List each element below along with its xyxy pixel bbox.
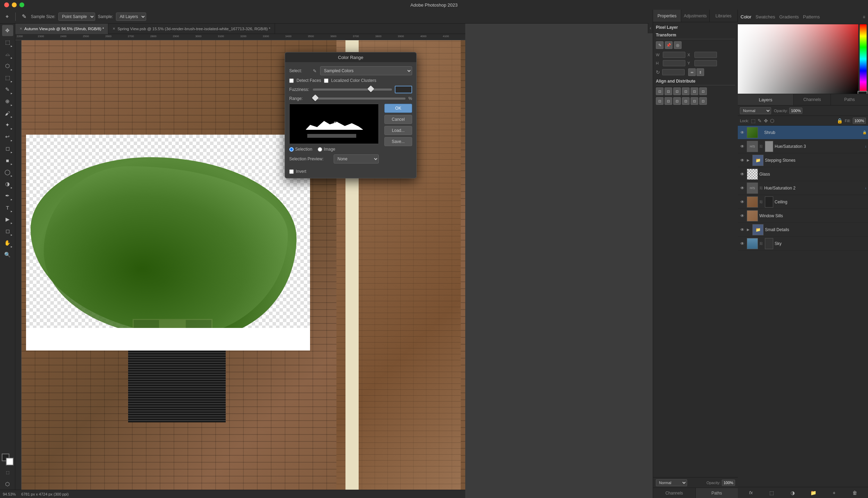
align-center-h-icon[interactable]: ⊡ <box>665 87 672 95</box>
lock-all-icon[interactable]: 🔒 <box>837 118 843 124</box>
selection-preview-select[interactable]: None <box>334 154 379 163</box>
layer-ceiling[interactable]: 👁 ⛓ Ceiling <box>738 195 868 209</box>
selection-radio[interactable] <box>289 147 294 152</box>
brush-tool[interactable]: 🖌▶ <box>2 108 13 119</box>
paths-tab[interactable]: Paths <box>831 94 868 105</box>
hand-tool[interactable]: ✋▶ <box>2 237 13 248</box>
properties-tab[interactable]: Properties <box>653 10 681 22</box>
lock-artboard-icon[interactable]: ⬡ <box>770 118 774 124</box>
range-slider-track[interactable] <box>313 98 406 100</box>
eyedropper-tool-icon[interactable]: ✎ <box>20 12 28 21</box>
close-button[interactable] <box>4 2 9 7</box>
tab-close-icon-2[interactable]: ✕ <box>112 27 115 31</box>
layer-group-button[interactable]: 📁 <box>809 489 817 497</box>
cancel-button[interactable]: Cancel <box>384 115 412 124</box>
windowsills-visibility-icon[interactable]: 👁 <box>739 213 745 218</box>
move-tool[interactable]: ✥ <box>2 25 13 36</box>
fuzziness-slider-thumb[interactable] <box>367 85 374 92</box>
channels-bottom-tab[interactable]: Channels <box>653 488 696 498</box>
angle-input[interactable]: 0.00° <box>662 69 685 75</box>
align-left-icon[interactable]: ⊡ <box>656 87 663 95</box>
zoom-tool[interactable]: 🔍 <box>2 249 13 260</box>
dist-bottom-icon[interactable]: ⊡ <box>699 97 707 105</box>
opacity-input[interactable] <box>789 108 802 114</box>
mid-opacity-input[interactable] <box>722 480 735 486</box>
align-top-icon[interactable]: ⊡ <box>682 87 690 95</box>
image-radio[interactable] <box>318 147 322 152</box>
shape-tool[interactable]: ◻▶ <box>2 226 13 237</box>
spot-heal-tool[interactable]: ⊕▶ <box>2 96 13 107</box>
layer-sky[interactable]: 👁 ⛓ Sky <box>738 237 868 251</box>
libraries-tab[interactable]: Libraries <box>710 10 738 22</box>
shrub-visibility-icon[interactable]: 👁 <box>739 130 745 135</box>
load-button[interactable]: Load... <box>384 126 412 135</box>
text-tool[interactable]: T▶ <box>2 202 13 213</box>
channels-tab[interactable]: Channels <box>794 94 831 105</box>
history-brush-tool[interactable]: ↩▶ <box>2 131 13 142</box>
align-bottom-icon[interactable]: ⊡ <box>699 87 707 95</box>
panel-menu-icon[interactable]: ≡ <box>863 15 865 19</box>
color-tab[interactable]: Color <box>741 14 751 19</box>
range-slider-thumb[interactable] <box>312 94 319 101</box>
h-input[interactable]: 946 px <box>663 60 685 66</box>
smalldetails-visibility-icon[interactable]: 👁 <box>739 227 745 232</box>
adjustments-tab[interactable]: Adjustments <box>681 10 709 22</box>
stepping-visibility-icon[interactable]: 👁 <box>739 158 745 163</box>
blend-mode-select[interactable]: Normal <box>740 107 771 114</box>
layer-window-sills[interactable]: 👁 Window Sills <box>738 209 868 223</box>
new-layer-button[interactable]: + <box>830 489 838 497</box>
flip-v-icon[interactable]: ⇕ <box>696 68 704 76</box>
lock-position-icon[interactable]: ✥ <box>764 118 768 124</box>
gradient-tool[interactable]: ■▶ <box>2 155 13 166</box>
stepping-expand-icon[interactable]: ▶ <box>747 158 751 162</box>
tab-close-icon[interactable]: ✕ <box>19 27 22 31</box>
object-select-tool[interactable]: ⬡▶ <box>2 60 13 71</box>
path-select-tool[interactable]: ▶▶ <box>2 214 13 225</box>
align-right-icon[interactable]: ⊡ <box>673 87 681 95</box>
clone-stamp-tool[interactable]: ✦▶ <box>2 119 13 130</box>
gradients-tab[interactable]: Gradients <box>779 14 799 19</box>
dodge-tool[interactable]: ◑▶ <box>2 178 13 189</box>
sample-select[interactable]: All Layers <box>116 12 146 21</box>
ok-button[interactable]: OK <box>384 104 412 113</box>
fuzziness-input[interactable]: 100 <box>395 86 412 93</box>
layer-fx-button[interactable]: fx <box>747 489 755 497</box>
panel-fold-icon[interactable]: ‹ <box>648 23 653 33</box>
maximize-button[interactable] <box>19 2 24 7</box>
blur-tool[interactable]: ◯▶ <box>2 167 13 178</box>
eyedropper-tool[interactable]: ✎▶ <box>2 84 13 95</box>
swatches-tab[interactable]: Swatches <box>756 14 775 19</box>
color-saturation-area[interactable] <box>738 24 858 94</box>
sky-visibility-icon[interactable]: 👁 <box>739 241 745 246</box>
dist-center-v-icon[interactable]: ⊡ <box>691 97 698 105</box>
eraser-tool[interactable]: ◻▶ <box>2 143 13 154</box>
select-dropdown[interactable]: Sampled Colors <box>320 66 412 75</box>
save-button[interactable]: Save... <box>384 137 412 146</box>
foreground-color[interactable] <box>858 91 867 94</box>
layer-shrub[interactable]: 👁 Shrub 🔒 <box>738 126 868 140</box>
quick-mask-mode[interactable]: ⬚ <box>2 467 13 478</box>
color-picker-box[interactable] <box>738 24 868 94</box>
fg-bg-colors[interactable] <box>1 453 14 466</box>
layer-hue-sat-2[interactable]: 👁 H/S ⛓ Hue/Saturation 2 ↓ <box>738 181 868 195</box>
hue-slider[interactable] <box>860 24 867 94</box>
lasso-tool[interactable]: ⌓▶ <box>2 49 13 60</box>
transform-warp-icon[interactable]: ✎ <box>656 41 663 49</box>
sample-size-select[interactable]: Point Sample <box>58 12 95 21</box>
pen-tool[interactable]: ✒▶ <box>2 190 13 201</box>
x-input[interactable]: 707 px <box>694 52 717 58</box>
layer-glass[interactable]: 👁 Glass <box>738 167 868 181</box>
hue3-visibility-icon[interactable]: 👁 <box>739 144 745 149</box>
marquee-tool[interactable]: ⬚▶ <box>2 37 13 48</box>
fill-input[interactable] <box>853 118 866 124</box>
layer-hue-sat-3[interactable]: 👁 H/S ⛓ Hue/Saturation 3 ↓ <box>738 140 868 153</box>
smalldetails-expand-icon[interactable]: ▶ <box>747 228 751 231</box>
lock-transparent-icon[interactable]: ⬚ <box>751 118 756 124</box>
localized-checkbox[interactable] <box>324 78 328 83</box>
crop-tool[interactable]: ⬚▶ <box>2 72 13 83</box>
dist-right-icon[interactable]: ⊡ <box>673 97 681 105</box>
patterns-tab[interactable]: Patterns <box>803 14 820 19</box>
layer-stepping-stones[interactable]: 👁 ▶ 📁 Stepping Stones <box>738 153 868 167</box>
detect-faces-checkbox[interactable] <box>289 78 294 83</box>
move-tool-icon[interactable]: ⌖ <box>3 12 11 21</box>
